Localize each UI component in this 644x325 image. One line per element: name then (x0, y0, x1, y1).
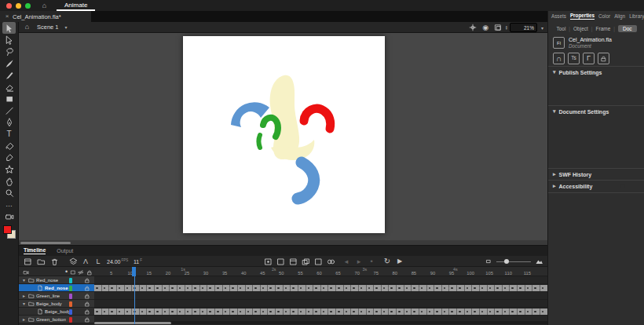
keyframe-cell[interactable] (382, 309, 390, 316)
folder-expand-icon[interactable]: ▸ (21, 316, 27, 322)
keyframe-cell[interactable] (328, 285, 336, 292)
keyframe-cell[interactable] (518, 285, 525, 292)
keyframe-cell[interactable] (404, 285, 412, 292)
keyframe-cell[interactable] (374, 309, 382, 316)
line-tool[interactable] (2, 104, 16, 116)
keyframe-cell[interactable] (268, 309, 276, 316)
layer-frames[interactable] (94, 284, 547, 292)
window-controls[interactable] (6, 3, 35, 10)
blue-arm-bottom-shape[interactable] (298, 162, 314, 199)
layer-lock-icon[interactable] (83, 300, 91, 308)
keyframe-cell[interactable] (488, 309, 496, 316)
keyframe-cell[interactable] (200, 285, 208, 292)
keyframe-cell[interactable] (313, 285, 321, 292)
home-icon[interactable]: ⌂ (39, 1, 49, 11)
keyframe-cell[interactable] (449, 309, 457, 316)
keyframe-cell[interactable] (495, 285, 503, 292)
layer-name[interactable]: Beige_body (36, 301, 62, 306)
layer-lock-icon[interactable] (83, 316, 91, 323)
keyframe-cell[interactable] (465, 285, 473, 292)
keyframe-cell[interactable] (336, 285, 344, 292)
more-tools[interactable]: … (2, 199, 16, 210)
layer-outline-color-chip[interactable] (69, 294, 72, 299)
layer-lock-icon[interactable] (83, 284, 91, 292)
keyframe-cell[interactable] (102, 309, 110, 316)
keyframe-cell[interactable] (480, 309, 488, 316)
accessibility-header[interactable]: ▸ Accessibility (553, 183, 592, 189)
keyframe-cell[interactable] (525, 309, 533, 316)
swf-history-header[interactable]: ▸ SWF History (553, 171, 591, 177)
playhead-marker[interactable] (132, 267, 136, 276)
insert-frame-button[interactable] (22, 256, 33, 267)
zoom-stepper[interactable]: ▴▾ (506, 25, 507, 31)
zoom-level-field[interactable]: 21% (510, 23, 537, 32)
keyframe-cell[interactable] (434, 309, 442, 316)
panel-tab-properties[interactable]: Properties (570, 13, 595, 20)
keyframe-cell[interactable] (532, 285, 540, 292)
panel-tab-align[interactable]: Align (614, 13, 625, 19)
keyframe-cell[interactable] (109, 309, 117, 316)
layer-name[interactable]: Red_nose (45, 285, 68, 290)
minimize-window-icon[interactable] (16, 3, 21, 9)
keyframe-cell[interactable] (246, 309, 254, 316)
close-window-icon[interactable] (6, 3, 12, 9)
keyframe-cell[interactable] (192, 285, 200, 292)
fill-color-swatch[interactable] (3, 225, 12, 234)
layer-name-cell[interactable]: ▸Green_line (19, 292, 94, 300)
frame-rate-display[interactable]: 24.00 FPS (107, 256, 128, 267)
current-frame-display[interactable]: 11 F (134, 256, 142, 267)
layer-name-cell[interactable]: ▸Green_bottom (19, 316, 94, 323)
classic-brush-tool[interactable] (2, 69, 16, 81)
keyframe-cell[interactable] (510, 285, 518, 292)
selection-tool[interactable] (2, 22, 16, 34)
color-swatches[interactable] (2, 225, 16, 238)
keyframe-cell[interactable] (374, 285, 382, 292)
fluid-brush-tool[interactable] (2, 57, 16, 69)
keyframe-cell[interactable] (427, 309, 435, 316)
keyframe-cell[interactable] (321, 285, 329, 292)
layer-name-cell[interactable]: ▾Red_nose (19, 276, 94, 284)
onion-skin-outline-button[interactable] (313, 256, 324, 267)
keyframe-cell[interactable] (465, 309, 473, 316)
layer-frames[interactable] (94, 300, 547, 308)
keyframe-cell[interactable] (155, 309, 163, 316)
keyframe-cell[interactable] (525, 285, 533, 292)
keyframe-cell[interactable] (419, 309, 427, 316)
keyframe-cell[interactable] (284, 309, 291, 316)
keyframe-cell[interactable] (457, 285, 465, 292)
app-tab[interactable]: Animate (57, 0, 95, 11)
keyframe-cell[interactable] (102, 285, 110, 292)
subtab-tool[interactable]: Tool (556, 26, 565, 31)
keyframe-cell[interactable] (442, 309, 450, 316)
back-to-scene-icon[interactable]: ⌂ (22, 22, 32, 32)
keyframe-cell[interactable] (155, 285, 163, 292)
keyframe-cell[interactable] (163, 285, 170, 292)
font-embedding-button[interactable]: Ts (568, 53, 580, 64)
layer-name-cell[interactable]: ▾Beige_body (19, 300, 94, 308)
guide-button[interactable]: Λ (80, 256, 91, 267)
layer-outline-color-chip[interactable] (69, 317, 72, 323)
keyframe-cell[interactable] (163, 309, 170, 316)
panel-tab-assets[interactable]: Assets (551, 13, 566, 19)
zoom-window-icon[interactable] (25, 3, 31, 9)
timeline-scrollbar-thumb[interactable] (94, 322, 171, 324)
ink-bottle-tool[interactable] (2, 152, 16, 163)
keyframe-cell[interactable] (94, 285, 102, 292)
keyframe-cell[interactable] (503, 285, 510, 292)
zoom-tool[interactable] (2, 187, 16, 199)
keyframe-cell[interactable] (125, 309, 133, 316)
lock-guides-button[interactable] (598, 53, 609, 64)
keyframe-cell[interactable] (276, 285, 284, 292)
scene-menu-chevron-icon[interactable]: ▾ (64, 24, 69, 30)
frame-ruler[interactable]: 1s2s3s4s51015202530354045505560657075808… (94, 267, 547, 276)
layer-frames[interactable] (94, 308, 547, 316)
keyframe-cell[interactable] (147, 309, 155, 316)
keyframe-cell[interactable] (268, 285, 276, 292)
insert-blank-keyframe-button[interactable] (275, 256, 286, 267)
keyframe-cell[interactable] (442, 285, 450, 292)
folder-expand-icon[interactable]: ▸ (21, 293, 27, 298)
document-tab[interactable]: × Cel_Animation.fla* (0, 11, 91, 22)
keyframe-cell[interactable] (532, 309, 540, 316)
document-settings-header[interactable]: ▾ Document Settings (553, 108, 609, 115)
keyframe-cell[interactable] (321, 309, 329, 316)
